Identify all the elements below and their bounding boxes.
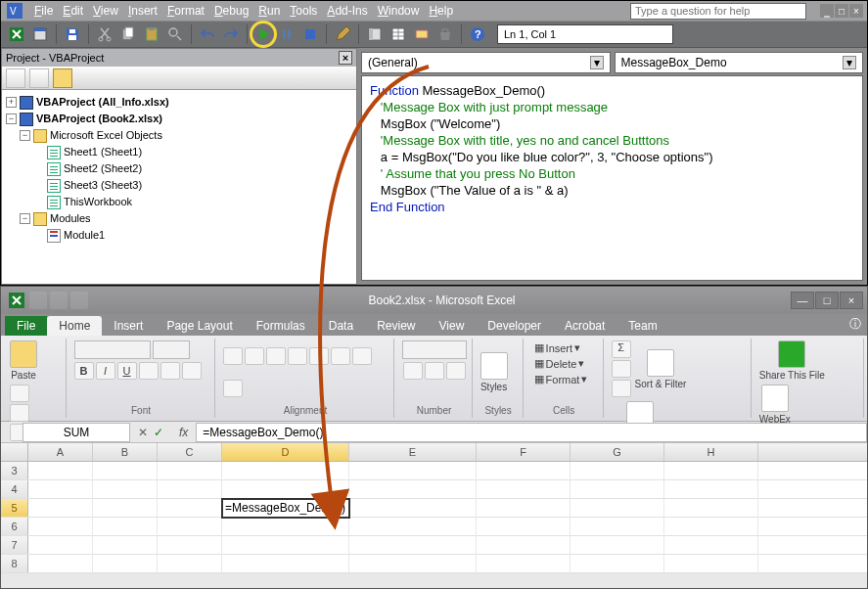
percent-button[interactable] [425, 362, 444, 380]
menu-addins[interactable]: Add-Ins [327, 4, 367, 18]
paste-button[interactable]: Paste [10, 340, 37, 381]
excel-minimize-button[interactable]: — [791, 292, 814, 309]
cell-D3[interactable] [222, 462, 349, 480]
menu-insert[interactable]: Insert [128, 4, 158, 18]
column-header-F[interactable]: F [477, 443, 571, 461]
cell-E3[interactable] [349, 462, 477, 480]
sort-filter-button[interactable]: Sort & Filter [635, 349, 687, 389]
insert-cells-button[interactable]: ▦ Insert ▾ [531, 340, 584, 355]
view-code-icon[interactable] [6, 68, 25, 88]
cell-H4[interactable] [664, 480, 758, 499]
qat-save-icon[interactable] [29, 292, 47, 309]
cell-G7[interactable] [571, 536, 664, 555]
row-header-6[interactable]: 6 [1, 518, 28, 535]
cell-A8[interactable] [28, 555, 93, 573]
column-header-A[interactable]: A [28, 443, 93, 461]
menu-help[interactable]: Help [429, 4, 453, 18]
cell-C4[interactable] [158, 480, 222, 499]
cell-E7[interactable] [349, 536, 477, 555]
tab-data[interactable]: Data [317, 316, 365, 336]
cell-B6[interactable] [93, 518, 158, 536]
properties-icon[interactable] [388, 24, 408, 44]
tree-sheet1[interactable]: Sheet1 (Sheet1) [64, 144, 142, 160]
webex-button[interactable]: WebEx [759, 385, 791, 425]
cell-C3[interactable] [158, 462, 222, 480]
cell-F4[interactable] [477, 480, 571, 499]
column-header-C[interactable]: C [158, 443, 222, 461]
ribbon-help-icon[interactable]: ⓘ [844, 313, 867, 336]
qat-undo-icon[interactable] [50, 292, 68, 309]
menu-edit[interactable]: Edit [63, 4, 83, 18]
clear-button[interactable] [612, 380, 631, 397]
orientation-button[interactable] [288, 347, 307, 365]
menu-window[interactable]: Window [378, 4, 420, 18]
cell-E5[interactable] [349, 499, 477, 518]
tab-review[interactable]: Review [365, 316, 427, 336]
formula-input[interactable]: =MessageBox_Demo() [196, 423, 867, 442]
cell-F6[interactable] [477, 518, 571, 536]
align-top-button[interactable] [223, 347, 243, 365]
row-header-8[interactable]: 8 [1, 555, 28, 572]
toolbox-icon[interactable] [435, 24, 455, 44]
cell-B5[interactable] [93, 499, 158, 518]
cell-D7[interactable] [222, 536, 349, 555]
underline-button[interactable]: U [117, 362, 137, 380]
column-header-E[interactable]: E [349, 443, 477, 461]
tab-insert[interactable]: Insert [102, 316, 155, 336]
copy-button[interactable] [10, 404, 29, 422]
collapse-icon[interactable]: − [6, 113, 17, 124]
cell-H7[interactable] [664, 536, 758, 555]
currency-button[interactable] [403, 362, 423, 380]
tree-module1[interactable]: Module1 [64, 227, 105, 244]
tree-vbaproject-2[interactable]: VBAProject (Book2.xlsx) [36, 111, 162, 127]
tree-sheet2[interactable]: Sheet2 (Sheet2) [64, 160, 142, 177]
row-header-3[interactable]: 3 [1, 462, 28, 479]
bold-button[interactable]: B [74, 362, 94, 380]
column-header-D[interactable]: D [222, 443, 349, 461]
font-size-combo[interactable] [153, 340, 190, 359]
excel-view-icon[interactable] [7, 24, 26, 44]
italic-button[interactable]: I [96, 362, 115, 380]
styles-button[interactable]: Styles [480, 352, 508, 392]
select-all-corner[interactable] [1, 443, 28, 461]
break-icon[interactable] [277, 24, 297, 44]
cell-D4[interactable] [222, 480, 349, 499]
cell-B8[interactable] [93, 555, 158, 573]
tab-formulas[interactable]: Formulas [245, 316, 317, 336]
tree-excel-objects[interactable]: Microsoft Excel Objects [50, 127, 162, 144]
menu-debug[interactable]: Debug [214, 4, 249, 18]
cell-A5[interactable] [28, 499, 93, 518]
row-header-5[interactable]: 5 [1, 499, 28, 517]
cell-A7[interactable] [28, 536, 93, 555]
align-right-button[interactable] [352, 347, 372, 365]
redo-icon[interactable] [221, 24, 241, 44]
project-explorer-icon[interactable] [365, 24, 385, 44]
save-icon[interactable] [63, 24, 82, 44]
tab-team[interactable]: Team [617, 316, 668, 336]
cell-C6[interactable] [158, 518, 222, 536]
design-mode-icon[interactable] [333, 24, 352, 44]
cell-C8[interactable] [158, 555, 222, 573]
code-editor[interactable]: Function MessageBox_Demo() 'Message Box … [361, 75, 863, 281]
format-cells-button[interactable]: ▦ Format ▾ [531, 372, 591, 386]
cell-F5[interactable] [477, 499, 571, 518]
tab-pagelayout[interactable]: Page Layout [155, 316, 244, 336]
procedure-combo[interactable]: MessageBox_Demo▾ [615, 52, 864, 73]
tree-modules[interactable]: Modules [50, 210, 91, 227]
menu-file[interactable]: File [34, 4, 53, 18]
indent-button[interactable] [223, 380, 243, 397]
cell-H5[interactable] [664, 499, 758, 518]
share-file-button[interactable]: Share This File [759, 340, 825, 381]
cut-icon[interactable] [95, 24, 114, 44]
cancel-formula-icon[interactable]: ✕ [138, 426, 148, 439]
align-center-button[interactable] [331, 347, 350, 365]
cell-E4[interactable] [349, 480, 477, 499]
cell-G6[interactable] [571, 518, 664, 536]
cell-A4[interactable] [28, 480, 93, 499]
number-format-combo[interactable] [402, 340, 467, 359]
font-color-button[interactable] [182, 362, 202, 380]
column-header-G[interactable]: G [571, 443, 664, 461]
cell-G3[interactable] [571, 462, 664, 480]
cell-G5[interactable] [571, 499, 664, 518]
reset-icon[interactable] [300, 24, 320, 44]
